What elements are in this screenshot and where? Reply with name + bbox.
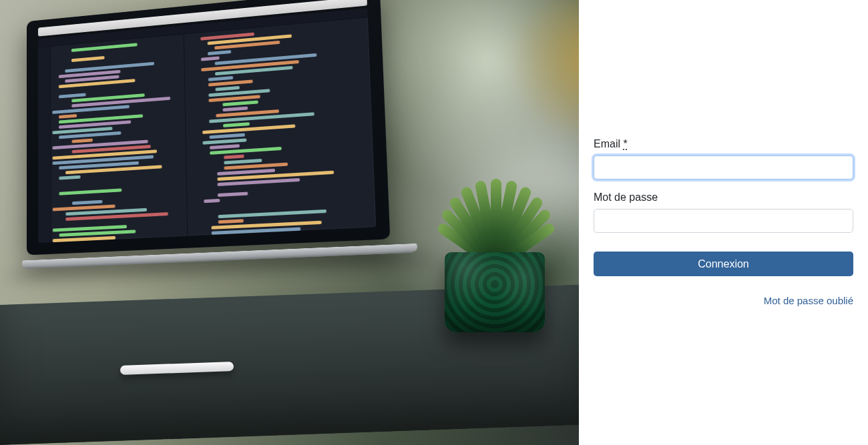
- email-label-text: Email: [594, 138, 620, 149]
- laptop-illustration: [27, 0, 449, 354]
- hero-image: [0, 0, 579, 445]
- email-label: Email *: [594, 138, 853, 150]
- password-label: Mot de passe: [594, 191, 853, 203]
- required-marker: *: [623, 138, 627, 149]
- password-field[interactable]: [594, 209, 853, 233]
- plant-illustration: [433, 168, 560, 342]
- submit-button[interactable]: Connexion: [594, 252, 853, 276]
- login-form: Email * Mot de passe Connexion Mot de pa…: [594, 138, 853, 307]
- forgot-password-link[interactable]: Mot de passe oublié: [764, 295, 853, 306]
- email-field[interactable]: [594, 155, 853, 179]
- login-panel: Email * Mot de passe Connexion Mot de pa…: [579, 0, 868, 445]
